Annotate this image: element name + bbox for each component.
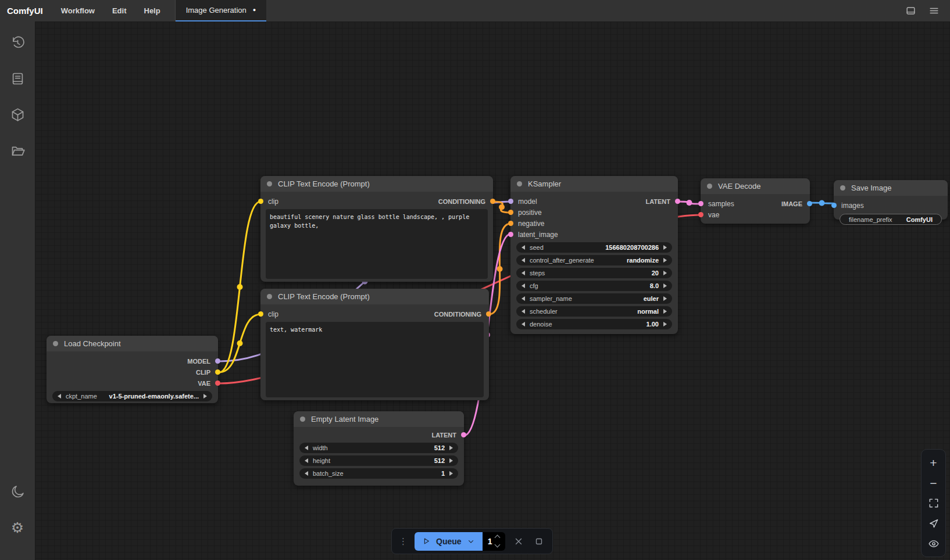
increment-arrow-icon[interactable]: [449, 458, 453, 463]
node-vae-decode[interactable]: VAE Decode samples IMAGE vae: [701, 178, 810, 224]
widget-seed[interactable]: seed 156680208700286: [516, 242, 672, 253]
increment-arrow-icon[interactable]: [203, 394, 207, 399]
decrement-arrow-icon[interactable]: [305, 446, 308, 450]
widget-ckpt-name[interactable]: ckpt_name v1-5-pruned-emaonly.safete...: [52, 391, 212, 401]
node-title-bar[interactable]: Empty Latent Image: [294, 411, 464, 427]
link-midpoint-dot[interactable]: [497, 266, 503, 272]
collapse-dot[interactable]: [707, 184, 712, 189]
increment-arrow-icon[interactable]: [663, 283, 667, 288]
node-clip-text-encode-negative[interactable]: CLIP Text Encode (Prompt) clip CONDITION…: [260, 289, 489, 400]
input-port-negative[interactable]: [508, 221, 513, 226]
increment-arrow-icon[interactable]: [449, 446, 453, 450]
node-library-icon[interactable]: [6, 67, 29, 90]
increment-arrow-icon[interactable]: [663, 258, 667, 263]
widget-filename-prefix[interactable]: filename_prefix ComfyUI: [840, 214, 942, 225]
settings-gear-icon[interactable]: ⚙: [6, 516, 29, 539]
decrement-arrow-icon[interactable]: [305, 471, 308, 476]
zoom-in-icon[interactable]: +: [926, 455, 941, 470]
input-port-images[interactable]: [831, 203, 837, 208]
menu-edit[interactable]: Edit: [103, 0, 135, 21]
node-title-bar[interactable]: Load Checkpoint: [47, 336, 218, 351]
output-port-conditioning[interactable]: [486, 311, 491, 317]
output-port-clip[interactable]: [215, 369, 220, 375]
increment-arrow-icon[interactable]: [663, 271, 667, 275]
input-port-model[interactable]: [508, 199, 513, 204]
node-title-bar[interactable]: CLIP Text Encode (Prompt): [260, 176, 493, 192]
widget-width[interactable]: width 512: [299, 443, 458, 453]
menu-workflow[interactable]: Workflow: [52, 0, 103, 21]
toggle-link-visibility-eye-icon[interactable]: [926, 536, 941, 551]
increment-arrow-icon[interactable]: [663, 245, 667, 250]
menu-help[interactable]: Help: [135, 0, 169, 21]
widget-sampler-name[interactable]: sampler_name euler: [516, 293, 672, 304]
output-port-conditioning[interactable]: [490, 199, 495, 204]
decrement-arrow-icon[interactable]: [305, 458, 308, 463]
negative-prompt-textarea[interactable]: text, watermark: [266, 322, 484, 397]
interrupt-stop-icon[interactable]: [532, 534, 545, 548]
increment-arrow-icon[interactable]: [449, 471, 453, 476]
link-midpoint-dot[interactable]: [819, 200, 825, 206]
decrement-arrow-icon[interactable]: [522, 258, 525, 263]
widget-height[interactable]: height 512: [299, 455, 458, 466]
increment-arrow-icon[interactable]: [663, 296, 667, 301]
node-empty-latent-image[interactable]: Empty Latent Image LATENT width 512 heig…: [294, 411, 464, 486]
collapse-dot[interactable]: [267, 294, 272, 299]
decrement-arrow-icon[interactable]: [522, 245, 525, 250]
output-port-vae[interactable]: [215, 380, 220, 386]
widget-denoise[interactable]: denoise 1.00: [516, 319, 672, 329]
input-port-positive[interactable]: [508, 210, 513, 215]
output-port-latent[interactable]: [675, 199, 680, 204]
increment-count-icon[interactable]: [495, 535, 501, 541]
select-mode-pointer-icon[interactable]: [926, 516, 941, 531]
collapse-dot[interactable]: [267, 181, 272, 186]
link-midpoint-dot[interactable]: [237, 340, 243, 346]
input-port-vae[interactable]: [698, 212, 703, 217]
decrement-arrow-icon[interactable]: [522, 271, 525, 275]
comfyui-logo[interactable]: ComfyUI: [0, 0, 52, 21]
node-clip-text-encode-positive[interactable]: CLIP Text Encode (Prompt) clip CONDITION…: [260, 176, 493, 282]
collapse-dot[interactable]: [517, 181, 522, 186]
node-title-bar[interactable]: KSampler: [510, 176, 678, 192]
theme-toggle-moon-icon[interactable]: [6, 480, 29, 503]
hamburger-menu-icon[interactable]: [928, 5, 940, 17]
output-port-image[interactable]: [807, 201, 812, 206]
collapse-dot[interactable]: [53, 341, 58, 346]
decrement-arrow-icon[interactable]: [522, 283, 525, 288]
decrement-count-icon[interactable]: [495, 542, 501, 548]
node-ksampler[interactable]: KSampler model LATENT positive negative …: [510, 176, 678, 334]
positive-prompt-textarea[interactable]: beautiful scenery nature glass bottle la…: [266, 209, 488, 279]
widget-cfg[interactable]: cfg 8.0: [516, 281, 672, 291]
output-port-latent[interactable]: [461, 432, 466, 437]
model-library-icon[interactable]: [6, 103, 29, 126]
widget-control-after-generate[interactable]: control_after_generate randomize: [516, 255, 672, 265]
link-midpoint-dot[interactable]: [237, 284, 243, 290]
workflow-history-icon[interactable]: [6, 31, 29, 54]
zoom-out-icon[interactable]: −: [926, 475, 941, 490]
link-midpoint-dot[interactable]: [687, 200, 692, 206]
decrement-arrow-icon[interactable]: [522, 322, 525, 326]
increment-arrow-icon[interactable]: [663, 322, 667, 326]
node-save-image[interactable]: Save Image images filename_prefix ComfyU…: [834, 180, 948, 220]
node-graph-canvas[interactable]: Load Checkpoint MODEL CLIP VAE ckpt_name…: [35, 21, 950, 560]
collapse-dot[interactable]: [840, 185, 845, 191]
output-port-model[interactable]: [215, 358, 220, 364]
decrement-arrow-icon[interactable]: [522, 296, 525, 301]
input-port-clip[interactable]: [258, 199, 263, 204]
widget-scheduler[interactable]: scheduler normal: [516, 306, 672, 317]
queue-button[interactable]: Queue: [415, 532, 483, 551]
widget-steps[interactable]: steps 20: [516, 268, 672, 278]
decrement-arrow-icon[interactable]: [58, 394, 61, 399]
node-title-bar[interactable]: CLIP Text Encode (Prompt): [260, 289, 489, 304]
input-port-clip[interactable]: [258, 311, 263, 317]
bottom-panel-toggle-icon[interactable]: [905, 5, 916, 17]
input-port-latent-image[interactable]: [508, 232, 513, 237]
workflows-folder-icon[interactable]: [6, 139, 29, 162]
tab-image-generation[interactable]: Image Generation ●: [176, 0, 267, 21]
node-title-bar[interactable]: Save Image: [834, 180, 948, 196]
input-port-samples[interactable]: [698, 201, 703, 206]
link-midpoint-dot[interactable]: [499, 204, 505, 210]
batch-count-input[interactable]: 1: [483, 532, 505, 551]
decrement-arrow-icon[interactable]: [522, 309, 525, 314]
node-title-bar[interactable]: VAE Decode: [701, 178, 810, 194]
node-load-checkpoint[interactable]: Load Checkpoint MODEL CLIP VAE ckpt_name…: [47, 336, 218, 403]
